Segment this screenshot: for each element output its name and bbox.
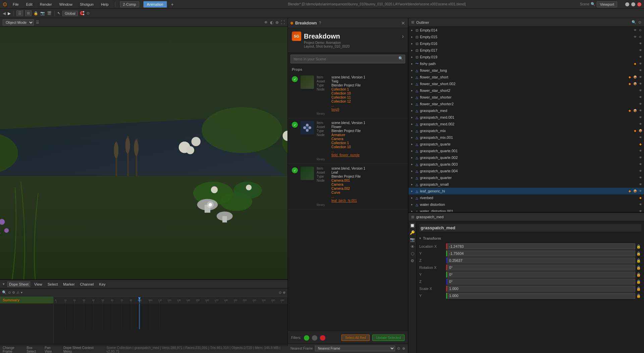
mode-2comp[interactable]: 2-Comp: [120, 1, 139, 7]
proportional-icon[interactable]: ⊙: [87, 11, 90, 15]
select-icon[interactable]: ⊙: [638, 35, 643, 39]
props-tab-view[interactable]: 👁: [410, 244, 415, 250]
dope-marker-menu[interactable]: Marker: [62, 282, 76, 287]
outliner-item-leaf-generic-hi[interactable]: ▸ △ leaf_generic_hi ◆ 📦 👁: [409, 188, 644, 194]
scale-x-lock-icon[interactable]: 🔒: [636, 285, 641, 292]
breakdown-nav-arrow[interactable]: ›: [402, 33, 404, 40]
outliner-item-flower-star-short2[interactable]: ▸ △ flower_star_short2 👁: [409, 87, 644, 94]
update-selected-btn[interactable]: Update Selected: [372, 335, 405, 341]
outliner-item-empty016[interactable]: ▸ ⊡ Empty.016 👁: [409, 40, 644, 47]
menu-shotgun[interactable]: Shotgun: [78, 2, 95, 7]
visibility-icon[interactable]: 👁: [638, 189, 643, 193]
filter-green-dot[interactable]: [304, 335, 309, 341]
location-y-value[interactable]: -1.75604: [446, 250, 635, 256]
outliner-item-grasspatch-med001[interactable]: ▸ △ grasspatch_med.001 👁: [409, 114, 644, 121]
nearest-icon-1[interactable]: ⊙: [397, 346, 400, 351]
scale-x-value[interactable]: 1.000: [446, 286, 635, 292]
props-tab-render[interactable]: 📷: [409, 237, 416, 243]
rotation-x-value[interactable]: 0°: [446, 264, 635, 271]
breakdown-item-flower[interactable]: ✓ Item: [288, 118, 408, 164]
dope-filter2-icon[interactable]: ▾: [21, 291, 22, 294]
outliner-item-flower-star-short[interactable]: ▸ △ flower_star_short ◆ 📦 👁: [409, 74, 644, 80]
visibility-icon[interactable]: 👁: [638, 48, 643, 53]
dope-nav-icon[interactable]: ⊙: [279, 291, 281, 294]
outliner-item-grasspatch-quarte[interactable]: ▸ △ grasspatch_quarte ◆: [409, 141, 644, 148]
location-z-value[interactable]: 0.25637: [446, 257, 635, 263]
nearest-frame-select[interactable]: Nearest Frame: [315, 346, 395, 351]
toolbar-icon-6[interactable]: 📷: [40, 11, 45, 15]
menu-window[interactable]: Window: [58, 2, 74, 7]
visibility-icon[interactable]: 👁: [638, 169, 643, 173]
menu-help[interactable]: Help: [99, 2, 110, 7]
breakdown-close-btn[interactable]: ✕: [401, 20, 405, 26]
dope-select-menu[interactable]: Select: [46, 282, 59, 287]
dope-key-menu[interactable]: Key: [98, 282, 107, 287]
rotation-z-lock-icon[interactable]: 🔒: [636, 278, 641, 285]
scale-y-lock-icon[interactable]: 🔒: [636, 292, 641, 299]
props-tab-particle[interactable]: ⬡: [410, 251, 415, 257]
snap-icon[interactable]: 🧲: [80, 11, 85, 15]
global-select[interactable]: Global: [62, 11, 78, 16]
toolbar-icon-1[interactable]: ◀: [3, 11, 6, 16]
viewport-gizmo-icon[interactable]: ⊕: [275, 20, 279, 25]
maximize-btn[interactable]: [631, 2, 635, 6]
blender-logo[interactable]: ⊙: [3, 1, 7, 7]
toolbar-icon-2[interactable]: ▶: [8, 11, 11, 16]
select-icon[interactable]: ⊙: [638, 28, 643, 33]
rotation-y-lock-icon[interactable]: 🔒: [636, 271, 641, 278]
outliner-item-flower-star-shorter2[interactable]: ▸ △ flower_star_shorter2 👁: [409, 101, 644, 107]
outliner-item-fishy-path[interactable]: ▸ 〜 fishy path ◆ 👁: [409, 60, 644, 67]
outliner-item-grasspatch-small[interactable]: ▸ △ grasspatch_small 👁: [409, 181, 644, 188]
breakdown-help-btn[interactable]: ?: [319, 21, 321, 25]
visibility-icon[interactable]: 👁: [638, 202, 643, 207]
workspace-animation[interactable]: Animation: [143, 1, 167, 8]
outliner-item-empty014[interactable]: ▸ ⊡ Empty.014 👁 ⊙: [409, 27, 644, 34]
menu-edit[interactable]: Edit: [24, 2, 34, 7]
dope-snap-icon[interactable]: ⚙: [12, 291, 15, 294]
visibility-icon[interactable]: 👁: [638, 95, 643, 100]
outliner-item-water-distortion[interactable]: ▸ △ water distortion 👁: [409, 201, 644, 208]
toolbar-icon-3[interactable]: ☰: [16, 10, 23, 16]
rotation-y-value[interactable]: 0°: [446, 272, 635, 278]
location-y-lock-icon[interactable]: 🔒: [636, 250, 641, 257]
dope-warning-icon[interactable]: ⚠: [16, 291, 19, 294]
visibility-icon[interactable]: 👁: [638, 162, 643, 167]
dope-channel-menu[interactable]: Channel: [79, 282, 95, 287]
outliner-item-empty019[interactable]: ▸ ⊡ Empty.019 👁: [409, 54, 644, 60]
viewport-engine-select[interactable]: Viewport: [597, 1, 617, 7]
menu-file[interactable]: File: [11, 2, 20, 7]
select-all-red-btn[interactable]: Select All Red: [341, 335, 370, 341]
breakdown-item-twig[interactable]: ✓ Item scene.blend, Version 1 Asset Twig…: [288, 73, 408, 118]
visibility-icon[interactable]: 👁: [638, 55, 643, 59]
viewport-canvas[interactable]: [0, 27, 287, 279]
visibility-icon[interactable]: 👁: [638, 209, 643, 212]
add-workspace-btn[interactable]: +: [171, 2, 174, 7]
location-z-lock-icon[interactable]: 🔒: [636, 257, 641, 264]
viewport-menu-icon[interactable]: ☰: [36, 20, 39, 24]
visibility-icon[interactable]: 👁: [633, 28, 637, 33]
outliner-item-grasspatch-quarte003[interactable]: ▸ △ grasspatch_quarte.003 👁: [409, 161, 644, 168]
viewport-overlay-icon[interactable]: 👁: [264, 20, 268, 25]
object-mode-select[interactable]: Object Mode: [3, 19, 34, 25]
outliner-filter-icon[interactable]: ⊙: [638, 20, 641, 24]
menu-render[interactable]: Render: [38, 2, 54, 7]
visibility-icon[interactable]: 👁: [633, 35, 637, 39]
visibility-icon[interactable]: 👁: [638, 41, 643, 46]
outliner-item-flower-star-long[interactable]: ▸ △ flower_star_long 👁: [409, 67, 644, 74]
dope-type-label[interactable]: Dope Sheet: [7, 282, 30, 287]
visibility-icon[interactable]: 👁: [638, 75, 643, 79]
transform-section-header[interactable]: ▾ Transform: [419, 234, 641, 242]
breakdown-search-input[interactable]: [290, 55, 405, 63]
timeline-body[interactable]: [54, 303, 287, 330]
props-tab-scene[interactable]: 🔑: [409, 230, 416, 236]
visibility-icon[interactable]: 👁: [638, 61, 643, 66]
filter-gray-dot[interactable]: [312, 335, 317, 341]
outliner-item-grasspatch-med002[interactable]: ▸ △ grasspatch_med.002 👁: [409, 121, 644, 127]
rotation-z-value[interactable]: 0°: [446, 279, 635, 285]
visibility-icon[interactable]: 👁: [638, 175, 643, 180]
nearest-icon-2[interactable]: ⊕: [402, 346, 405, 351]
props-tab-physics[interactable]: ⚙: [410, 258, 415, 264]
dope-view-menu[interactable]: View: [33, 282, 44, 287]
search-icon[interactable]: 🔍: [591, 2, 595, 6]
scale-y-value[interactable]: 1.000: [446, 293, 635, 299]
